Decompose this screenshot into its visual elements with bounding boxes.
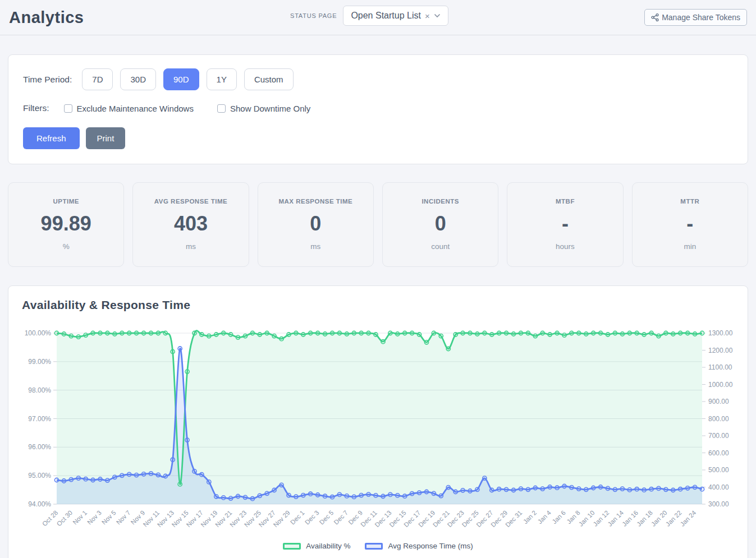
- stat-unit: min: [636, 242, 744, 251]
- stat-value: 403: [136, 212, 245, 236]
- filters-label: Filters:: [23, 103, 49, 113]
- status-page-select[interactable]: Open Startup List ×: [343, 6, 448, 26]
- legend-item-availability: Availability %: [283, 542, 350, 550]
- clear-selection-icon[interactable]: ×: [425, 12, 430, 20]
- stat-label: INCIDENTS: [386, 198, 494, 205]
- svg-text:1100.00: 1100.00: [708, 363, 732, 371]
- svg-text:800.00: 800.00: [708, 415, 729, 423]
- stat-value: 0: [386, 212, 494, 236]
- svg-text:Oct 30: Oct 30: [56, 509, 74, 527]
- svg-text:94.00%: 94.00%: [28, 500, 51, 508]
- exclude-maintenance-label: Exclude Maintenance Windows: [77, 104, 194, 113]
- filter-panel: Time Period: 7D 30D 90D 1Y Custom Filter…: [8, 54, 748, 164]
- stat-value: -: [636, 212, 744, 236]
- filters-row: Filters: Exclude Maintenance Windows Sho…: [23, 103, 733, 113]
- stat-value: 0: [262, 212, 370, 236]
- period-button-1y[interactable]: 1Y: [207, 68, 237, 90]
- stat-card-uptime: UPTIME 99.89 %: [8, 182, 124, 267]
- stat-label: UPTIME: [12, 198, 120, 205]
- status-page-selected-value: Open Startup List: [351, 11, 421, 21]
- stat-card-mttr: MTTR - min: [632, 182, 748, 267]
- x-axis-labels: Oct 28Oct 30Nov 1Nov 3Nov 5Nov 7Nov 9Nov…: [41, 509, 698, 529]
- svg-text:Jan 12: Jan 12: [592, 509, 611, 528]
- chart-title: Availability & Response Time: [22, 298, 734, 312]
- legend-label: Avg Response Time (ms): [388, 542, 473, 550]
- svg-text:96.00%: 96.00%: [28, 443, 51, 451]
- period-button-7d[interactable]: 7D: [82, 68, 113, 90]
- page-title: Analytics: [9, 8, 84, 27]
- stat-card-incidents: INCIDENTS 0 count: [382, 182, 498, 267]
- print-button[interactable]: Print: [86, 127, 126, 149]
- chart-legend: Availability % Avg Response Time (ms): [22, 542, 734, 550]
- svg-text:Jan 20: Jan 20: [650, 509, 668, 528]
- header: Analytics STATUS PAGE Open Startup List …: [0, 0, 756, 35]
- stat-card-avg-response: AVG RESPONSE TIME 403 ms: [132, 182, 249, 267]
- svg-text:500.00: 500.00: [708, 466, 729, 474]
- svg-text:900.00: 900.00: [708, 398, 729, 405]
- svg-text:300.00: 300.00: [708, 500, 729, 508]
- svg-text:Nov 3: Nov 3: [86, 509, 103, 526]
- svg-text:Jan 10: Jan 10: [578, 509, 596, 528]
- stat-label: AVG RESPONSE TIME: [136, 198, 245, 205]
- chart-panel: Availability & Response Time 100.00%99.0…: [8, 285, 748, 558]
- response-time-swatch: [365, 543, 383, 550]
- svg-text:Dec 3: Dec 3: [304, 509, 320, 526]
- period-button-90d[interactable]: 90D: [163, 68, 199, 90]
- manage-share-tokens-button[interactable]: Manage Share Tokens: [644, 9, 747, 26]
- svg-text:400.00: 400.00: [708, 483, 729, 491]
- exclude-maintenance-checkbox-item[interactable]: Exclude Maintenance Windows: [64, 104, 194, 113]
- show-downtime-label: Show Downtime Only: [230, 104, 310, 113]
- svg-text:Nov 1: Nov 1: [71, 509, 88, 526]
- svg-text:Jan 22: Jan 22: [665, 509, 683, 528]
- manage-share-tokens-label: Manage Share Tokens: [662, 13, 740, 22]
- stat-unit: count: [386, 242, 494, 251]
- svg-text:700.00: 700.00: [708, 432, 729, 440]
- svg-text:97.00%: 97.00%: [28, 415, 51, 423]
- svg-text:Oct 28: Oct 28: [41, 509, 59, 527]
- svg-text:95.00%: 95.00%: [28, 472, 51, 479]
- svg-text:1200.00: 1200.00: [708, 347, 733, 354]
- availability-response-chart: 100.00%99.00%98.00%97.00%96.00%95.00%94.…: [22, 320, 733, 537]
- svg-text:98.00%: 98.00%: [28, 386, 51, 394]
- show-downtime-checkbox-item[interactable]: Show Downtime Only: [217, 104, 310, 113]
- svg-text:600.00: 600.00: [708, 449, 729, 457]
- stat-label: MTTR: [636, 198, 744, 205]
- svg-text:Jan 16: Jan 16: [621, 509, 639, 528]
- stat-card-mtbf: MTBF - hours: [507, 182, 623, 267]
- period-button-30d[interactable]: 30D: [120, 68, 156, 90]
- stat-value: 99.89: [12, 212, 120, 236]
- time-period-label: Time Period:: [23, 75, 72, 85]
- svg-text:Nov 7: Nov 7: [115, 509, 132, 526]
- stat-label: MAX RESPONSE TIME: [262, 198, 370, 205]
- svg-text:Jan 2: Jan 2: [522, 509, 538, 525]
- exclude-maintenance-checkbox[interactable]: [64, 104, 72, 113]
- status-page-selector-group: STATUS PAGE Open Startup List ×: [290, 4, 448, 27]
- legend-label: Availability %: [306, 542, 350, 550]
- svg-text:Dec 7: Dec 7: [333, 509, 350, 526]
- stat-unit: %: [12, 242, 120, 251]
- svg-text:100.00%: 100.00%: [25, 329, 52, 337]
- legend-item-response-time: Avg Response Time (ms): [365, 542, 473, 550]
- chart-wrap: 100.00%99.00%98.00%97.00%96.00%95.00%94.…: [22, 320, 734, 539]
- svg-text:1300.00: 1300.00: [708, 329, 733, 337]
- stat-unit: hours: [511, 242, 619, 251]
- stat-unit: ms: [262, 242, 370, 251]
- refresh-button[interactable]: Refresh: [23, 127, 80, 149]
- svg-text:Jan 24: Jan 24: [679, 509, 698, 528]
- svg-text:1000.00: 1000.00: [708, 381, 733, 389]
- status-page-label: STATUS PAGE: [290, 12, 337, 19]
- stat-value: -: [511, 212, 619, 236]
- show-downtime-checkbox[interactable]: [217, 104, 226, 113]
- stat-unit: ms: [136, 242, 245, 251]
- svg-text:99.00%: 99.00%: [28, 358, 51, 366]
- svg-text:Dec 5: Dec 5: [318, 509, 335, 526]
- svg-text:Dec 1: Dec 1: [289, 509, 306, 526]
- svg-text:Dec 31: Dec 31: [504, 509, 523, 528]
- time-period-row: Time Period: 7D 30D 90D 1Y Custom: [23, 68, 733, 90]
- period-button-custom[interactable]: Custom: [244, 68, 294, 90]
- actions-row: Refresh Print: [23, 127, 733, 149]
- svg-text:Jan 18: Jan 18: [635, 509, 654, 528]
- stat-card-max-response: MAX RESPONSE TIME 0 ms: [258, 182, 374, 267]
- svg-text:Nov 29: Nov 29: [272, 509, 291, 528]
- svg-text:Jan 6: Jan 6: [551, 509, 567, 525]
